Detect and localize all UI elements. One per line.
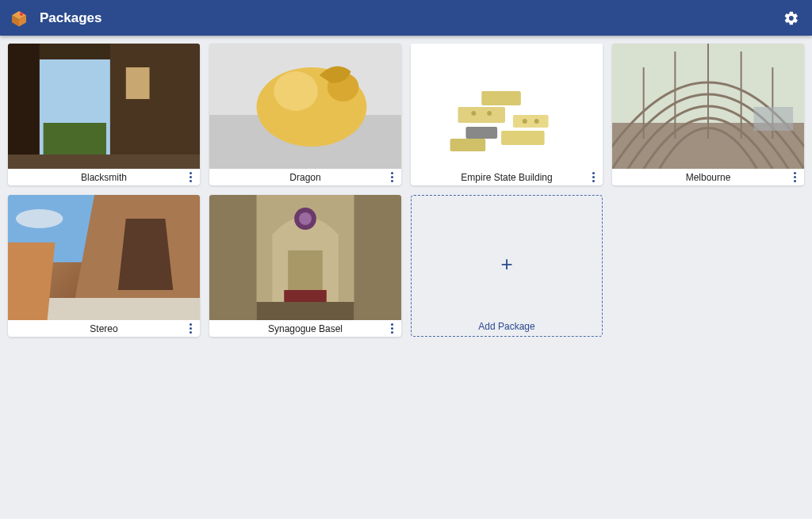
svg-rect-22 — [450, 139, 486, 151]
kebab-dot-icon — [391, 331, 393, 334]
package-menu-button[interactable] — [787, 169, 802, 185]
kebab-dot-icon — [190, 176, 192, 178]
svg-rect-10 — [8, 155, 200, 169]
svg-rect-21 — [501, 131, 545, 145]
app-header: Packages — [0, 0, 812, 36]
svg-rect-7 — [8, 44, 40, 169]
kebab-dot-icon — [190, 180, 192, 182]
package-thumbnail — [209, 195, 401, 320]
svg-rect-19 — [513, 115, 549, 128]
package-card-empire-state-building[interactable]: Empire State Building — [411, 44, 603, 185]
package-label: Dragon — [209, 172, 401, 183]
package-label: Synagogue Basel — [209, 323, 401, 334]
kebab-dot-icon — [391, 327, 393, 330]
svg-point-26 — [534, 119, 539, 124]
package-footer: Empire State Building — [411, 169, 603, 185]
svg-point-25 — [523, 119, 527, 124]
kebab-dot-icon — [592, 172, 595, 174]
package-menu-button[interactable] — [182, 169, 198, 185]
package-thumbnail — [612, 44, 804, 169]
svg-point-24 — [487, 111, 492, 116]
package-footer: Dragon — [209, 169, 401, 185]
svg-point-3 — [20, 12, 24, 16]
package-label: Blacksmith — [8, 172, 200, 183]
kebab-dot-icon — [592, 176, 595, 178]
package-footer: Synagogue Basel — [209, 320, 401, 337]
kebab-dot-icon — [592, 180, 595, 182]
gear-icon — [783, 10, 799, 26]
kebab-dot-icon — [391, 323, 393, 326]
package-card-blacksmith[interactable]: Blacksmith — [8, 44, 200, 185]
plus-icon: + — [500, 252, 512, 277]
kebab-dot-icon — [190, 331, 192, 334]
svg-rect-46 — [354, 195, 401, 320]
svg-rect-45 — [209, 195, 257, 320]
svg-rect-47 — [257, 302, 354, 320]
package-menu-button[interactable] — [182, 320, 198, 337]
svg-point-23 — [471, 111, 476, 116]
settings-button[interactable] — [779, 6, 804, 31]
package-thumbnail — [209, 44, 401, 169]
kebab-dot-icon — [794, 176, 796, 178]
package-label: Stereo — [8, 323, 200, 334]
package-footer: Melbourne — [612, 169, 804, 185]
kebab-dot-icon — [190, 172, 192, 174]
svg-point-43 — [299, 212, 312, 225]
svg-rect-34 — [754, 107, 794, 131]
package-card-synagogue-basel[interactable]: Synagogue Basel — [209, 195, 401, 337]
package-thumbnail — [8, 195, 200, 320]
package-menu-button[interactable] — [384, 169, 400, 185]
package-label: Melbourne — [612, 172, 804, 183]
add-package-label: Add Package — [412, 321, 602, 332]
svg-rect-20 — [465, 127, 497, 139]
svg-marker-39 — [8, 242, 56, 320]
package-grid: Blacksmith Dragon — [0, 36, 812, 345]
package-card-dragon[interactable]: Dragon — [209, 44, 401, 185]
kebab-dot-icon — [190, 327, 192, 330]
package-card-melbourne[interactable]: Melbourne — [612, 44, 804, 185]
package-label: Empire State Building — [411, 172, 603, 183]
package-thumbnail — [8, 44, 200, 169]
package-footer: Stereo — [8, 320, 200, 337]
svg-rect-9 — [126, 67, 150, 99]
kebab-dot-icon — [794, 180, 796, 182]
package-footer: Blacksmith — [8, 169, 200, 185]
kebab-dot-icon — [391, 180, 393, 182]
kebab-dot-icon — [391, 176, 393, 178]
svg-rect-6 — [44, 123, 106, 155]
kebab-dot-icon — [190, 323, 192, 326]
package-menu-button[interactable] — [585, 169, 601, 185]
svg-rect-48 — [284, 290, 327, 302]
kebab-dot-icon — [391, 172, 393, 174]
svg-rect-8 — [110, 44, 200, 169]
svg-marker-37 — [118, 219, 173, 290]
add-package-button[interactable]: + Add Package — [411, 195, 603, 337]
package-card-stereo[interactable]: Stereo — [8, 195, 200, 337]
kebab-dot-icon — [794, 172, 796, 174]
package-menu-button[interactable] — [384, 320, 400, 337]
svg-rect-44 — [288, 250, 323, 290]
svg-point-14 — [274, 71, 318, 111]
app-logo-icon — [8, 7, 30, 29]
svg-rect-17 — [458, 107, 506, 123]
svg-rect-18 — [481, 91, 521, 105]
svg-point-40 — [16, 209, 63, 228]
page-title: Packages — [40, 10, 102, 26]
package-thumbnail — [411, 44, 603, 169]
svg-rect-16 — [411, 44, 603, 169]
